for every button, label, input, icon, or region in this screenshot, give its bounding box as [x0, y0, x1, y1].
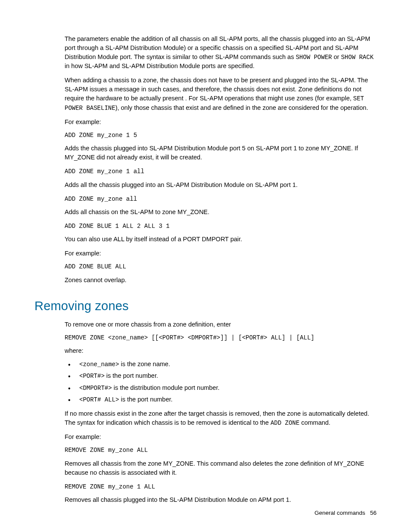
paragraph-intro-syntax: The parameters enable the addition of al… [65, 34, 377, 71]
heading-removing-zones: Removing zones [34, 297, 377, 315]
code-remove-zone-syntax: REMOVE ZONE <zone_name> [[<PORT#> <DMPOR… [65, 333, 377, 342]
label-for-example: For example: [65, 249, 377, 258]
inline-code-add-zone: ADD ZONE [271, 420, 299, 426]
paragraph-explain-blue: You can also use ALL by itself instead o… [65, 235, 377, 244]
footer-section-name: General commands [314, 510, 365, 516]
text: ), only those chassis that exist and are… [115, 104, 368, 111]
inline-code: <DMPORT#> [79, 385, 112, 392]
body-indent-block: To remove one or more chassis from a zon… [65, 320, 377, 504]
list-item: <PORT#> is the port number. [65, 371, 377, 380]
code-add-zone-blue: ADD ZONE BLUE 1 ALL 2 ALL 3 1 [65, 222, 377, 230]
text: When adding a chassis to a zone, the cha… [65, 77, 368, 102]
code-add-zone-blue-all: ADD ZONE BLUE ALL [65, 262, 377, 271]
label-for-example: For example: [65, 118, 377, 127]
label-where: where: [65, 346, 377, 355]
paragraph-no-overlap: Zones cannot overlap. [65, 276, 377, 285]
code-add-zone-all: ADD ZONE my_zone all [65, 195, 377, 203]
code-add-zone-1-all: ADD ZONE my_zone 1 all [65, 167, 377, 176]
text: is the zone name. [119, 361, 170, 367]
code-add-zone-1-5: ADD ZONE my_zone 1 5 [65, 131, 377, 140]
list-item: <DMPORT#> is the distribution module por… [65, 383, 377, 392]
footer-page-number: 56 [370, 510, 377, 516]
code-remove-zone-1-all: REMOVE ZONE my_zone 1 ALL [65, 482, 377, 491]
where-list: <zone_name> is the zone name. <PORT#> is… [65, 360, 377, 404]
paragraph-explain-1-5: Adds the chassis plugged into SL-APM Dis… [65, 144, 377, 162]
list-item: <PORT# ALL> is the port number. [65, 395, 377, 404]
paragraph-explain-1-all: Adds all the chassis plugged into an SL-… [65, 180, 377, 190]
text: or [332, 53, 341, 60]
code-remove-zone-all: REMOVE ZONE my_zone ALL [65, 446, 377, 454]
text: is the port number. [105, 372, 158, 379]
paragraph-remove-intro: To remove one or more chassis from a zon… [65, 320, 377, 329]
text: command. [299, 419, 330, 426]
paragraph-explain-all: Adds all chassis on the SL-APM to zone M… [65, 208, 377, 217]
label-for-example: For example: [65, 432, 377, 442]
text: is the distribution module port number. [112, 384, 220, 391]
paragraph-auto-delete: If no more chassis exist in the zone aft… [65, 409, 377, 427]
inline-code: <PORT# ALL> [79, 396, 119, 403]
list-item: <zone_name> is the zone name. [65, 360, 377, 369]
text: in how SL-APM and SL-APM Distribution Mo… [65, 62, 255, 69]
inline-code: <PORT#> [79, 373, 105, 380]
inline-code-show-rack: SHOW RACK [341, 54, 374, 61]
document-page: The parameters enable the addition of al… [0, 0, 411, 532]
inline-code-show-power: SHOW POWER [296, 54, 332, 61]
paragraph-zone-add-behaviour: When adding a chassis to a zone, the cha… [65, 76, 377, 112]
body-indent-block: The parameters enable the addition of al… [65, 34, 377, 285]
paragraph-explain-remove-1-all: Removes all chassis plugged into the SL-… [65, 495, 377, 504]
paragraph-explain-remove-all: Removes all chassis from the zone MY_ZON… [65, 459, 377, 477]
inline-code: <zone_name> [79, 361, 119, 368]
page-footer: General commands 56 [314, 509, 377, 517]
text: is the port number. [119, 396, 172, 403]
